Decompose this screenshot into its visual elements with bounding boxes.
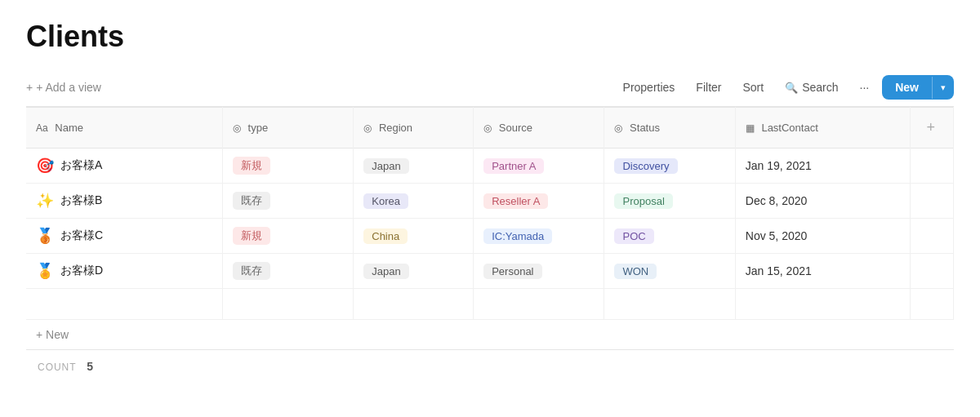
new-button[interactable]: New [882, 75, 932, 100]
source-badge-0: Partner A [483, 158, 544, 174]
add-view-button[interactable]: + + Add a view [26, 81, 101, 94]
cell-name-3: 🏅 お客様D [26, 254, 222, 289]
cell-region-0: Japan [354, 149, 474, 184]
cell-date-1: Dec 8, 2020 [735, 184, 910, 219]
col-status-label: Status [630, 122, 660, 134]
filter-button[interactable]: Filter [688, 77, 729, 98]
region-badge-0: Japan [363, 158, 408, 174]
col-header-region[interactable]: ◎ Region [354, 108, 474, 149]
col-source-label: Source [499, 122, 532, 134]
col-header-name[interactable]: Aa Name [26, 108, 222, 149]
add-column-button[interactable]: + [920, 116, 942, 140]
col-name-icon: Aa [36, 122, 48, 134]
row-emoji-0: 🎯 [36, 157, 54, 175]
type-badge-0: 新規 [233, 157, 270, 175]
col-name-label: Name [55, 122, 83, 134]
row-emoji-2: 🥉 [36, 227, 54, 245]
cell-type-1: 既存 [222, 184, 353, 219]
count-value: 5 [87, 360, 94, 373]
empty-cell [26, 289, 222, 320]
more-options-button[interactable]: ··· [852, 77, 878, 98]
new-button-label: New [895, 81, 919, 94]
cell-empty-1 [910, 184, 953, 219]
cell-empty-0 [910, 149, 953, 184]
type-badge-1: 既存 [233, 192, 270, 210]
table-row[interactable]: 🥉 お客様C 新規 China IC:Yamada POC Nov 5, 202… [26, 219, 954, 254]
status-badge-0: Discovery [614, 158, 677, 174]
row-name-0: お客様A [60, 158, 102, 173]
new-button-group: New ▾ [882, 75, 954, 100]
clients-table: Aa Name ◎ type ◎ Region ◎ Source [26, 107, 954, 320]
row-name-1: お客様B [60, 193, 102, 208]
col-header-type[interactable]: ◎ type [222, 108, 353, 149]
cell-region-3: Japan [354, 254, 474, 289]
cell-empty-3 [910, 254, 953, 289]
col-header-status[interactable]: ◎ Status [604, 108, 735, 149]
table-wrapper: Aa Name ◎ type ◎ Region ◎ Source [26, 107, 954, 383]
cell-source-3: Personal [474, 254, 604, 289]
cell-date-0: Jan 19, 2021 [735, 149, 910, 184]
row-emoji-1: ✨ [36, 192, 54, 210]
col-lastcontact-icon: ▦ [746, 122, 755, 134]
empty-cell [910, 289, 953, 320]
empty-cell [474, 289, 604, 320]
cell-status-2: POC [604, 219, 735, 254]
col-status-icon: ◎ [614, 122, 622, 134]
row-name-2: お客様C [60, 228, 103, 243]
col-type-icon: ◎ [233, 122, 241, 134]
type-badge-3: 既存 [233, 262, 270, 280]
table-row[interactable]: 🎯 お客様A 新規 Japan Partner A Discovery Jan … [26, 149, 954, 184]
cell-status-1: Proposal [604, 184, 735, 219]
status-badge-3: WON [614, 264, 657, 279]
cell-source-1: Reseller A [474, 184, 604, 219]
more-label: ··· [860, 81, 870, 94]
search-label: Search [802, 81, 838, 94]
col-type-label: type [248, 122, 269, 134]
col-region-icon: ◎ [363, 122, 372, 134]
col-header-add[interactable]: + [910, 108, 953, 149]
add-new-row[interactable]: + New [26, 320, 954, 350]
col-header-lastcontact[interactable]: ▦ LastContact [735, 108, 910, 149]
cell-type-2: 新規 [222, 219, 353, 254]
empty-row [26, 289, 954, 320]
type-badge-2: 新規 [233, 227, 270, 245]
cell-region-1: Korea [354, 184, 474, 219]
cell-status-3: WON [604, 254, 735, 289]
sort-label: Sort [742, 81, 764, 94]
cell-date-2: Nov 5, 2020 [735, 219, 910, 254]
col-source-icon: ◎ [483, 122, 492, 134]
source-badge-3: Personal [483, 264, 541, 279]
new-button-chevron[interactable]: ▾ [932, 77, 954, 99]
source-badge-2: IC:Yamada [483, 228, 552, 244]
cell-type-0: 新規 [222, 149, 353, 184]
col-region-label: Region [379, 122, 412, 134]
search-button[interactable]: 🔍 Search [777, 77, 846, 98]
empty-cell [354, 289, 474, 320]
source-badge-1: Reseller A [483, 193, 548, 209]
cell-empty-2 [910, 219, 953, 254]
toolbar: + + Add a view Properties Filter Sort 🔍 … [26, 69, 954, 107]
col-header-source[interactable]: ◎ Source [474, 108, 604, 149]
toolbar-right: Properties Filter Sort 🔍 Search ··· New … [615, 75, 954, 100]
table-header-row: Aa Name ◎ type ◎ Region ◎ Source [26, 108, 954, 149]
status-badge-2: POC [614, 228, 653, 244]
page: Clients + + Add a view Properties Filter… [0, 0, 980, 417]
cell-region-2: China [354, 219, 474, 254]
plus-icon: + [26, 81, 33, 94]
cell-date-3: Jan 15, 2021 [735, 254, 910, 289]
count-label: COUNT [38, 362, 76, 373]
sort-button[interactable]: Sort [734, 77, 772, 98]
properties-label: Properties [623, 81, 675, 94]
region-badge-3: Japan [363, 264, 408, 279]
cell-source-0: Partner A [474, 149, 604, 184]
properties-button[interactable]: Properties [615, 77, 684, 98]
search-icon: 🔍 [785, 82, 798, 94]
empty-cell [222, 289, 353, 320]
empty-cell [735, 289, 910, 320]
empty-cell [604, 289, 735, 320]
row-name-3: お客様D [60, 264, 103, 278]
count-bar: COUNT 5 [26, 350, 954, 383]
table-row[interactable]: 🏅 お客様D 既存 Japan Personal WON Jan 15, 202… [26, 254, 954, 289]
table-row[interactable]: ✨ お客様B 既存 Korea Reseller A Proposal Dec … [26, 184, 954, 219]
col-lastcontact-label: LastContact [761, 122, 817, 134]
